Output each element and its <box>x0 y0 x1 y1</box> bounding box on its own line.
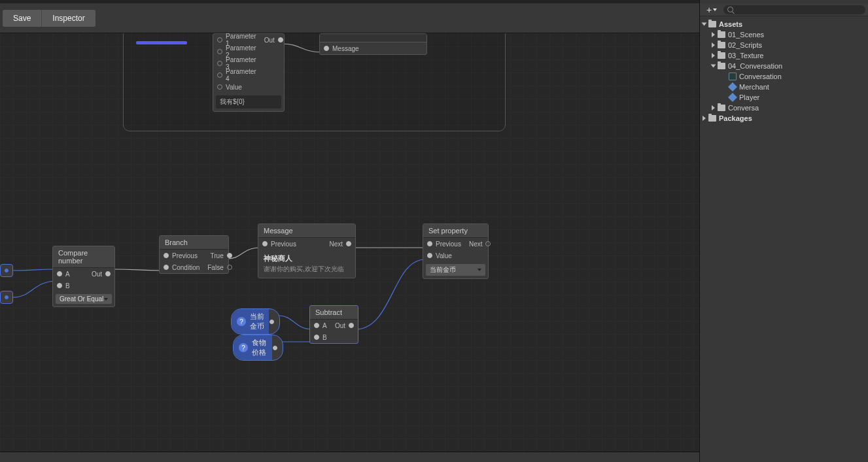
folder-icon <box>718 63 725 69</box>
chevron-down-icon <box>477 269 481 271</box>
compare-out-label: Out <box>92 271 102 278</box>
help-icon: ? <box>237 317 246 326</box>
variable-pill-coins[interactable]: ? 当前金币 <box>231 308 280 335</box>
folder-icon <box>718 105 725 111</box>
group-box[interactable] <box>123 33 506 131</box>
subtract-b-label: B <box>322 334 327 341</box>
folder-icon <box>708 21 716 27</box>
folder-label: 02_Scripts <box>728 41 762 49</box>
setprop-prev-label: Previous <box>436 240 461 248</box>
tree-row-packages[interactable]: Packages <box>700 113 868 124</box>
expand-icon[interactable] <box>712 105 715 110</box>
help-icon: ? <box>239 343 248 352</box>
compare-mode-value: Great Or Equal <box>60 295 103 303</box>
tree-row-conversation-asset[interactable]: Conversation <box>700 71 868 82</box>
asset-label: Player <box>739 93 759 101</box>
assets-label: Assets <box>719 20 742 28</box>
subtract-node[interactable]: Subtract A B Out <box>309 305 358 344</box>
setprop-next-label: Next <box>469 240 483 248</box>
subtract-out-label: Out <box>335 322 345 329</box>
create-asset-button[interactable]: + <box>703 7 721 13</box>
pill2-label: 食物价格 <box>252 338 269 357</box>
expand-icon[interactable] <box>711 65 716 68</box>
branch-false-label: False <box>207 264 223 271</box>
save-button[interactable]: Save <box>3 10 41 27</box>
project-panel: + Assets 01_Scenes 02_Scripts 03_Texture <box>699 0 868 462</box>
compare-a-label: A <box>65 271 70 278</box>
message-title: Message <box>258 224 355 238</box>
string-format-node[interactable]: Parameter 1 Parameter 2 Parameter 3 Para… <box>213 33 285 112</box>
out-label: Out <box>264 37 275 44</box>
branch-prev-label: Previous <box>172 252 198 259</box>
folder-icon <box>718 42 725 48</box>
folder-label: 01_Scenes <box>728 31 764 39</box>
tree-row-merchant[interactable]: Merchant <box>700 82 868 92</box>
inspector-button[interactable]: Inspector <box>41 10 95 27</box>
asset-icon <box>729 73 737 80</box>
message-node[interactable]: Message Previous Next 神秘商人 谢谢你的购买,欢迎下次光临 <box>258 223 356 278</box>
setprop-title: Set property <box>423 224 488 238</box>
value-label: Value <box>226 84 242 91</box>
project-search-input[interactable] <box>723 5 865 14</box>
message-prev-label: Previous <box>271 240 296 248</box>
hidden-node-accent <box>136 41 187 44</box>
set-property-node[interactable]: Set property Previous Value Next 当前金币 <box>423 223 489 279</box>
bottom-status-bar <box>0 452 699 462</box>
chevron-down-icon <box>713 8 717 11</box>
pill1-out-port[interactable] <box>269 320 274 324</box>
branch-node[interactable]: Branch Previous Condition True False <box>159 235 229 274</box>
message-next-label: Next <box>329 240 343 248</box>
project-tree[interactable]: Assets 01_Scenes 02_Scripts 03_Texture 0… <box>700 16 868 126</box>
top-message-node[interactable]: Message <box>319 33 427 55</box>
message-port-label: Message <box>332 45 359 52</box>
asset-label: Conversation <box>739 73 782 80</box>
input-stub-a[interactable] <box>0 264 13 277</box>
folder-label: 03_Texture <box>728 52 763 59</box>
prefab-icon <box>728 93 737 102</box>
branch-cond-label: Condition <box>172 264 200 271</box>
packages-label: Packages <box>719 114 752 122</box>
search-icon <box>727 7 733 12</box>
chevron-down-icon <box>104 298 108 301</box>
message-speaker: 神秘商人 <box>264 254 350 263</box>
input-stub-b[interactable] <box>0 291 13 304</box>
tree-row-assets[interactable]: Assets <box>700 19 868 29</box>
setprop-dropdown[interactable]: 当前金币 <box>426 264 485 276</box>
expand-icon[interactable] <box>712 42 715 48</box>
tree-row-scenes[interactable]: 01_Scenes <box>700 29 868 40</box>
folder-label: 04_Conversation <box>728 62 782 70</box>
folder-icon <box>718 31 725 38</box>
tree-row-conversa[interactable]: Conversa <box>700 103 868 113</box>
variable-pill-price[interactable]: ? 食物价格 <box>233 335 283 361</box>
compare-title: Compare number <box>53 246 114 268</box>
compare-b-label: B <box>65 282 70 289</box>
tree-row-scripts[interactable]: 02_Scripts <box>700 40 868 50</box>
expand-icon[interactable] <box>703 116 706 121</box>
project-toolbar: + <box>700 3 868 16</box>
folder-icon <box>708 115 716 122</box>
prefab-icon <box>728 82 737 91</box>
message-text: 谢谢你的购买,欢迎下次光临 <box>264 265 350 274</box>
subtract-title: Subtract <box>310 306 358 320</box>
setprop-dd-value: 当前金币 <box>430 265 456 274</box>
folder-icon <box>718 52 725 59</box>
tree-row-conversation-folder[interactable]: 04_Conversation <box>700 61 868 71</box>
pill2-out-port[interactable] <box>273 346 277 350</box>
branch-title: Branch <box>160 236 228 250</box>
graph-canvas[interactable]: Parameter 1 Parameter 2 Parameter 3 Para… <box>0 33 699 452</box>
tree-row-player[interactable]: Player <box>700 92 868 103</box>
expand-icon[interactable] <box>712 32 715 37</box>
subtract-a-label: A <box>322 322 327 329</box>
param4-label: Parameter 4 <box>226 68 256 82</box>
pill1-label: 当前金币 <box>250 312 266 331</box>
branch-true-label: True <box>211 252 224 259</box>
folder-label: Conversa <box>728 104 759 112</box>
tree-row-texture[interactable]: 03_Texture <box>700 50 868 61</box>
expand-icon[interactable] <box>712 53 715 58</box>
format-string-field[interactable]: 我有${0} <box>216 95 281 108</box>
asset-label: Merchant <box>739 83 769 91</box>
expand-icon[interactable] <box>702 23 707 26</box>
compare-number-node[interactable]: Compare number A B Out Great Or Equal <box>52 246 115 307</box>
compare-mode-dropdown[interactable]: Great Or Equal <box>56 294 112 304</box>
plus-icon: + <box>706 7 712 13</box>
